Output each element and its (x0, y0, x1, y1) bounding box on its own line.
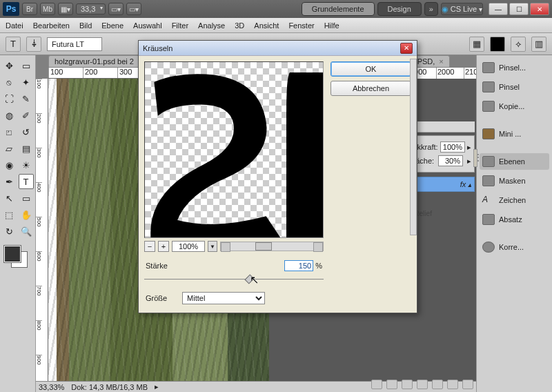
strength-slider[interactable] (144, 274, 324, 285)
new-icon[interactable] (447, 380, 458, 389)
ps-logo: Ps (3, 2, 19, 16)
cancel-button[interactable]: Abbrechen (331, 81, 411, 96)
doc-size-status[interactable]: Dok: 14,3 MB/16,3 MB (71, 383, 148, 391)
warp-icon[interactable]: ⟡ (511, 37, 526, 52)
dock-zeichen[interactable]: AZeichen (480, 192, 549, 208)
group-icon[interactable] (432, 380, 443, 389)
bridge-button[interactable]: Br (22, 3, 37, 15)
crop-tool[interactable]: ⛶ (1, 91, 17, 106)
zoom-status[interactable]: 33,33% (39, 383, 64, 391)
workspace-more[interactable]: » (424, 2, 438, 16)
minibridge-button[interactable]: Mb (40, 3, 55, 15)
preview-grip[interactable] (473, 149, 477, 167)
dialog-preview-area: − + 100% ▼ Stärke % Größe Mittel (144, 61, 324, 307)
zoom-select[interactable]: 33,3 (76, 3, 106, 14)
filter-preview[interactable] (144, 61, 324, 238)
font-select[interactable] (47, 37, 102, 51)
maximize-button[interactable]: ☐ (509, 3, 529, 15)
brush-tool[interactable]: ✐ (19, 108, 34, 123)
strength-input[interactable] (284, 260, 313, 271)
preview-zoom-menu[interactable]: ▼ (208, 241, 217, 252)
menu-hilfe[interactable]: Hilfe (324, 21, 339, 30)
view-extras-button[interactable]: ▦▾ (58, 3, 73, 15)
rotate-tool[interactable]: ↻ (1, 224, 17, 239)
move-tool[interactable]: ✥ (1, 58, 17, 73)
brush-icon (482, 81, 495, 92)
3d-tool[interactable]: ⬚ (1, 207, 17, 222)
dialog-title: Kräuseln (143, 44, 172, 52)
menu-ebene[interactable]: Ebene (101, 21, 124, 30)
eraser-tool[interactable]: ▱ (1, 141, 17, 156)
blur-tool[interactable]: ◉ (1, 157, 17, 173)
path-tool[interactable]: ↖ (1, 190, 17, 206)
menu-3d[interactable]: 3D (235, 21, 244, 30)
ok-button[interactable]: OK (331, 61, 411, 77)
swatch-icon[interactable] (490, 37, 505, 52)
dodge-tool[interactable]: ☀ (19, 157, 34, 173)
eyedrop-tool[interactable]: ✎ (19, 91, 34, 106)
arrange-button[interactable]: ▭▾ (108, 3, 124, 15)
menu-filter[interactable]: Filter (172, 21, 188, 30)
marquee-tool[interactable]: ▭ (19, 58, 34, 73)
text-orient-icon[interactable]: ⸸ (26, 37, 41, 52)
dock-pinsel2[interactable]: Pinsel (480, 79, 549, 95)
close-tab2-icon[interactable]: × (439, 57, 443, 66)
preview-hscroll[interactable] (220, 242, 324, 251)
dock-korre[interactable]: Korre... (480, 239, 549, 255)
dock-pinsel1[interactable]: Pinsel... (480, 59, 549, 76)
workspace-tab-design[interactable]: Design (377, 2, 422, 16)
workspace-tab-grund[interactable]: Grundelemente (302, 2, 375, 16)
menu-auswahl[interactable]: Auswahl (133, 21, 162, 30)
adjust-icon[interactable] (417, 380, 428, 389)
shape-tool[interactable]: ▭ (19, 190, 34, 206)
dock-mini[interactable]: Mini ... (480, 126, 549, 142)
dock-ebenen[interactable]: Ebenen (480, 153, 549, 170)
size-select[interactable]: Mittel (182, 292, 265, 304)
screenmode-button[interactable]: ▭▾ (126, 3, 141, 15)
dock-kopie[interactable]: Kopie... (480, 98, 549, 115)
panel-toggle-icon[interactable]: ▥ (531, 37, 546, 52)
preview-zoom-value: 100% (172, 241, 205, 252)
menu-ansicht[interactable]: Ansicht (254, 21, 279, 30)
fill-arrow-icon[interactable]: ▸ (467, 157, 471, 166)
clone-icon (482, 101, 495, 112)
lasso-tool[interactable]: ⍉ (1, 75, 17, 90)
menu-analyse[interactable]: Analyse (198, 21, 225, 30)
dock-absatz[interactable]: Absatz (480, 211, 549, 228)
document-tab[interactable]: holzgravur-01.psd bei 2× (48, 55, 148, 67)
preview-vscroll[interactable] (410, 59, 417, 235)
pen-tool[interactable]: ✒ (1, 174, 17, 189)
wand-tool[interactable]: ✦ (19, 75, 34, 90)
zoom-out-button[interactable]: − (144, 241, 155, 252)
zoom-in-button[interactable]: + (158, 241, 169, 252)
menu-datei[interactable]: Datei (6, 21, 23, 30)
heal-tool[interactable]: ◍ (1, 108, 17, 123)
dialog-close-icon[interactable]: ✕ (400, 43, 413, 54)
paragraph-icon (482, 214, 495, 225)
menu-fenster[interactable]: Fenster (288, 21, 314, 30)
history-brush-tool[interactable]: ↺ (19, 124, 34, 139)
fx-icon[interactable] (386, 380, 397, 389)
hand-tool[interactable]: ✋ (19, 207, 34, 222)
dialog-titlebar[interactable]: Kräuseln ✕ (139, 41, 417, 56)
stamp-tool[interactable]: ⏍ (1, 124, 17, 139)
mask-icon[interactable] (402, 380, 413, 389)
trash-icon[interactable] (462, 380, 473, 389)
quickmask-icon[interactable]: ▦ (469, 37, 484, 52)
gradient-tool[interactable]: ▤ (19, 141, 34, 156)
opacity-value[interactable]: 100% (440, 141, 465, 153)
cslive-button[interactable]: ◉ CS Live ▾ (441, 3, 483, 15)
opacity-arrow-icon[interactable]: ▸ (467, 143, 471, 152)
dock-masken[interactable]: Masken (480, 173, 549, 189)
color-swatches[interactable] (1, 243, 34, 271)
menu-bearbeiten[interactable]: Bearbeiten (33, 21, 70, 30)
fill-value[interactable]: 30% (438, 155, 463, 166)
menu-bild[interactable]: Bild (79, 21, 92, 30)
status-arrow-icon[interactable]: ▸ (155, 382, 159, 391)
zoom-tool[interactable]: 🔍 (19, 224, 34, 239)
minibridge-icon (482, 128, 495, 139)
minimize-button[interactable]: — (489, 3, 508, 15)
close-button[interactable]: ✕ (530, 3, 549, 15)
link-icon[interactable] (371, 380, 382, 389)
type-tool[interactable]: T (19, 174, 34, 189)
